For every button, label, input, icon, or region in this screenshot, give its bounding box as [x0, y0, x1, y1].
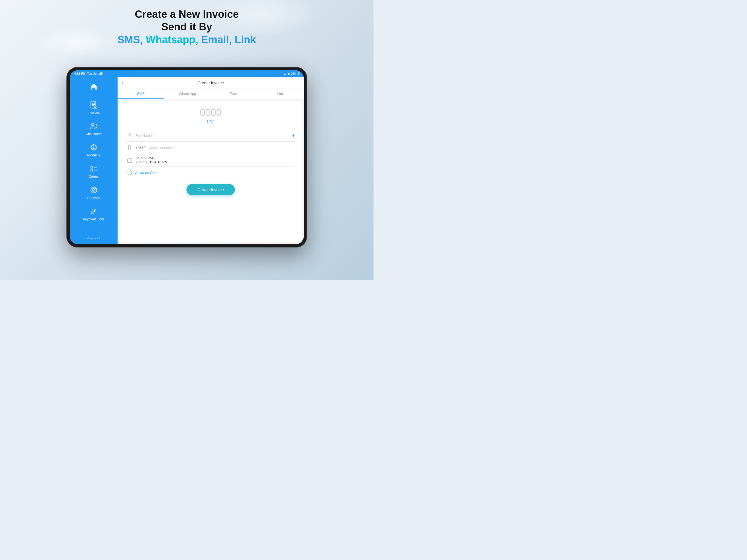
customers-label: Customers: [85, 132, 101, 136]
expire-date: 28/06/2019 4:13 PM: [136, 160, 168, 164]
add-button[interactable]: +: [292, 132, 295, 138]
full-name-input[interactable]: [136, 133, 289, 137]
products-label: Products: [87, 153, 100, 157]
version-text: Version 2.2: [87, 237, 100, 240]
svg-rect-9: [91, 169, 93, 171]
svg-rect-18: [128, 159, 132, 162]
invoices-label: Invoices: [87, 111, 100, 114]
status-time: 4:13 PM Tue Jun 25: [74, 72, 103, 75]
tab-sms[interactable]: SMS: [118, 89, 164, 99]
screen-body: Invoices Customers: [70, 77, 304, 244]
orders-label: Orders: [88, 175, 99, 179]
tab-link[interactable]: Link: [257, 89, 304, 99]
tabs-container: SMS Whats App Email Link: [118, 89, 304, 99]
advance-option[interactable]: Advance Option: [126, 167, 295, 179]
signal-icon: ◉: [287, 72, 290, 75]
header-line1: Create a New Invoice: [91, 8, 282, 21]
ipad-device: 4:13 PM Tue Jun 25 ▲ ◉ 26% ▐: [67, 67, 307, 248]
wifi-icon: ▲: [284, 72, 286, 75]
svg-rect-25: [130, 173, 131, 175]
main-panel: ‹ Create Invoice SMS Whats App Email Lin…: [118, 77, 304, 244]
svg-rect-7: [91, 166, 93, 168]
top-nav: ‹ Create Invoice: [118, 77, 304, 89]
deposits-icon: [89, 185, 99, 195]
phone-icon: [126, 144, 133, 151]
person-icon: [126, 132, 133, 138]
nav-title: Create Invoice: [198, 80, 224, 85]
products-icon: [89, 143, 99, 152]
home-icon[interactable]: [89, 81, 99, 91]
back-button[interactable]: ‹: [122, 80, 124, 85]
create-invoice-button[interactable]: Create Invoice: [186, 184, 235, 195]
tab-whatsapp[interactable]: Whats App: [164, 89, 210, 99]
status-bar: 4:13 PM Tue Jun 25 ▲ ◉ 26% ▐: [70, 70, 304, 77]
settings-icon: [126, 169, 133, 176]
form-content: 0000 KD˅ +: [120, 101, 302, 242]
status-right: ▲ ◉ 26% ▐: [284, 72, 300, 75]
orders-icon: [89, 164, 99, 174]
expire-label: EXPIRE DATE: [136, 156, 168, 159]
battery-icon: ▐: [298, 72, 300, 75]
sidebar-item-customers[interactable]: Customers: [70, 118, 118, 139]
phone-prefix[interactable]: +965 ˅: [136, 146, 146, 150]
home-icon-wrap[interactable]: [70, 79, 118, 97]
payment-links-label: Payment Links: [83, 218, 104, 221]
mobile-input[interactable]: [149, 146, 295, 150]
advance-option-label: Advance Option: [135, 171, 160, 175]
svg-rect-22: [128, 171, 129, 172]
mobile-field: +965 ˅: [126, 142, 295, 154]
sidebar-item-payment-links[interactable]: Payment Links: [70, 203, 118, 225]
calendar-icon: [126, 157, 133, 164]
ipad-screen: 4:13 PM Tue Jun 25 ▲ ◉ 26% ▐: [70, 70, 304, 244]
full-name-field: +: [126, 129, 295, 142]
customers-icon: [89, 121, 99, 131]
svg-point-17: [129, 149, 130, 149]
svg-point-5: [91, 123, 94, 126]
svg-rect-24: [128, 173, 129, 175]
sidebar: Invoices Customers: [70, 77, 118, 244]
currency-selector[interactable]: KD˅: [126, 120, 295, 124]
deposits-label: Deposits: [87, 196, 100, 200]
header-section: Create a New Invoice Send it By SMS, Wha…: [91, 8, 282, 47]
svg-rect-23: [130, 171, 131, 172]
sidebar-item-products[interactable]: Products: [70, 139, 118, 160]
payment-links-icon: [89, 206, 99, 216]
tab-email[interactable]: Email: [211, 89, 257, 99]
svg-point-4: [94, 106, 97, 109]
invoices-icon: [89, 100, 99, 110]
sidebar-item-orders[interactable]: Orders: [70, 160, 118, 182]
email-label: Email,: [201, 34, 232, 45]
sidebar-item-deposits[interactable]: Deposits: [70, 182, 118, 203]
header-line3: SMS, Whatsapp, Email, Link: [91, 33, 282, 47]
svg-point-6: [95, 124, 97, 126]
sms-label: SMS,: [118, 34, 143, 45]
battery-text: 26%: [291, 72, 297, 75]
expire-section: EXPIRE DATE 28/06/2019 4:13 PM: [126, 154, 295, 167]
header-line2: Send it By: [91, 21, 282, 33]
sidebar-item-invoices[interactable]: Invoices: [70, 97, 118, 118]
whatsapp-label: Whatsapp,: [146, 34, 198, 45]
link-label: Link: [235, 34, 256, 45]
svg-point-15: [129, 133, 131, 135]
invoice-number: 0000: [126, 107, 295, 119]
